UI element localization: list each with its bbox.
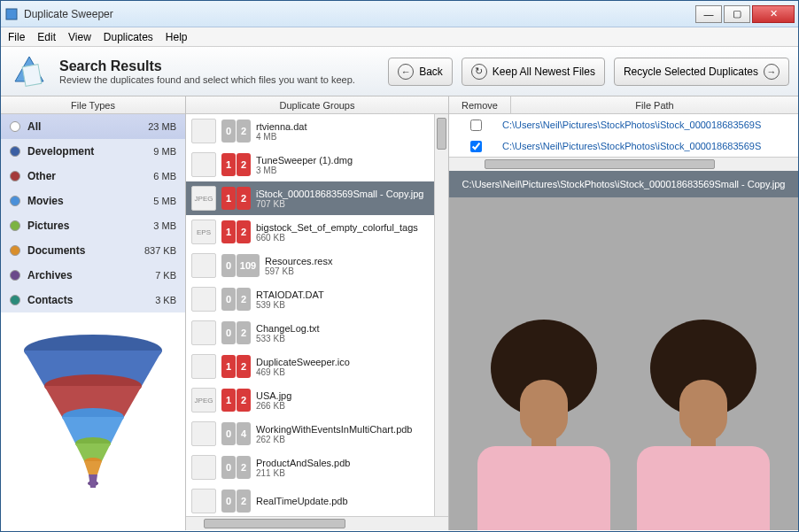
color-dot-icon: [10, 121, 20, 132]
count-badge: 0: [221, 120, 236, 143]
group-size: 539 KB: [256, 300, 443, 310]
horizontal-scrollbar-right[interactable]: [449, 157, 798, 171]
titlebar[interactable]: Duplicate Sweeper — ▢ ✕: [1, 1, 798, 27]
group-size: 707 KB: [256, 199, 443, 209]
count-badge: 0: [221, 254, 236, 277]
group-filename: ProductAndSales.pdb: [256, 458, 443, 468]
group-size: 211 KB: [256, 468, 443, 478]
count-badge: 2: [237, 220, 251, 243]
header-icon: [10, 51, 50, 92]
remove-checkbox[interactable]: [470, 141, 482, 152]
file-icon: [191, 253, 216, 278]
page-title: Search Results: [59, 58, 379, 74]
count-badge: 0: [221, 321, 236, 344]
color-dot-icon: [10, 295, 20, 305]
preview-path: C:\Users\Neil\Pictures\StockPhotos\iStoc…: [449, 171, 798, 197]
back-label: Back: [419, 66, 443, 78]
file-icon: [191, 489, 216, 513]
duplicate-group-row[interactable]: 02 ChangeLog.txt 533 KB: [186, 316, 448, 350]
preview-image: [449, 197, 798, 530]
file-type-row[interactable]: Documents 837 KB: [1, 238, 185, 263]
duplicate-group-row[interactable]: 02 rtvienna.dat 4 MB: [186, 114, 448, 148]
group-size: 262 KB: [256, 435, 443, 444]
keep-newest-label: Keep All Newest Files: [493, 66, 595, 78]
file-icon: [191, 455, 216, 480]
menu-view[interactable]: View: [68, 31, 91, 43]
menu-file[interactable]: File: [8, 31, 25, 43]
file-type-size: 837 KB: [144, 245, 176, 256]
file-path-row[interactable]: C:\Users\Neil\Pictures\StockPhotos\iStoc…: [449, 135, 798, 157]
group-filename: bigstock_Set_of_empty_colorful_tags: [256, 222, 443, 233]
count-badge: 0: [221, 422, 236, 445]
count-badge: 1: [221, 187, 236, 210]
duplicate-group-row[interactable]: 04 WorkingWithEventsInMultiChart.pdb 262…: [186, 417, 448, 451]
duplicate-group-row[interactable]: 02 ProductAndSales.pdb 211 KB: [186, 451, 448, 484]
badge-group: 04: [221, 422, 251, 445]
horizontal-scrollbar-mid[interactable]: [186, 516, 448, 530]
page-subtitle: Review the duplicates found and select w…: [59, 74, 379, 85]
duplicate-group-row[interactable]: JPEG 12 USA.jpg 266 KB: [186, 383, 448, 417]
close-button[interactable]: ✕: [752, 5, 795, 23]
file-icon: [191, 421, 216, 446]
maximize-button[interactable]: ▢: [724, 5, 750, 23]
color-dot-icon: [10, 270, 20, 281]
badge-group: 12: [221, 355, 251, 378]
file-type-size: 6 MB: [153, 171, 176, 181]
file-type-row[interactable]: Movies 5 MB: [1, 189, 185, 213]
duplicate-group-row[interactable]: EPS 12 bigstock_Set_of_empty_colorful_ta…: [186, 215, 448, 249]
count-badge: 2: [237, 355, 251, 378]
file-icon: [191, 320, 216, 345]
file-path-row[interactable]: C:\Users\Neil\Pictures\StockPhotos\iStoc…: [449, 114, 798, 135]
duplicate-group-row[interactable]: JPEG 12 iStock_000018683569Small - Copy.…: [186, 181, 448, 215]
file-type-name: Movies: [27, 195, 153, 207]
file-icon: EPS: [191, 220, 216, 244]
menu-duplicates[interactable]: Duplicates: [104, 31, 153, 43]
file-icon: [191, 119, 216, 143]
duplicate-group-row[interactable]: 02 RealTimeUpdate.pdb: [186, 484, 448, 516]
remove-checkbox[interactable]: [470, 120, 482, 131]
arrow-left-icon: ←: [398, 64, 414, 80]
group-filename: ChangeLog.txt: [256, 323, 443, 334]
badge-group: 12: [221, 389, 251, 412]
minimize-button[interactable]: —: [695, 5, 722, 23]
file-types-list: All 23 MB Development 9 MB Other 6 MB Mo…: [1, 114, 185, 312]
group-filename: RealTimeUpdate.pdb: [256, 496, 443, 506]
duplicate-group-row[interactable]: 12 DuplicateSweeper.ico 469 KB: [186, 350, 448, 383]
file-type-size: 9 MB: [153, 146, 176, 157]
duplicate-group-row[interactable]: 12 TuneSweeper (1).dmg 3 MB: [186, 148, 448, 181]
badge-group: 02: [221, 321, 251, 344]
badge-group: 12: [221, 187, 251, 210]
group-size: 469 KB: [256, 367, 443, 377]
menu-help[interactable]: Help: [166, 31, 188, 43]
file-type-name: Archives: [27, 269, 155, 281]
back-button[interactable]: ← Back: [388, 58, 453, 86]
file-type-row[interactable]: Development 9 MB: [1, 139, 185, 164]
group-filename: USA.jpg: [256, 390, 443, 401]
arrow-right-icon: →: [764, 64, 780, 80]
group-size: 266 KB: [256, 401, 443, 411]
menu-edit[interactable]: Edit: [37, 31, 56, 43]
vertical-scrollbar[interactable]: [434, 114, 448, 516]
group-size: 660 KB: [256, 233, 443, 243]
file-path-header: File Path: [511, 96, 798, 113]
count-badge: 0: [221, 490, 236, 513]
file-icon: [191, 354, 216, 379]
duplicate-group-row[interactable]: 02 RTAIODAT.DAT 539 KB: [186, 282, 448, 316]
preview-person-left: [469, 318, 619, 530]
file-type-row[interactable]: Pictures 3 MB: [1, 213, 185, 238]
file-icon: [191, 152, 216, 177]
color-dot-icon: [10, 220, 20, 231]
count-badge: 1: [221, 153, 236, 176]
file-icon: JPEG: [191, 186, 216, 211]
count-badge: 109: [237, 254, 260, 277]
recycle-button[interactable]: Recycle Selected Duplicates →: [614, 58, 789, 86]
group-size: 597 KB: [265, 266, 443, 276]
keep-newest-button[interactable]: ↻ Keep All Newest Files: [462, 58, 605, 86]
menubar: File Edit View Duplicates Help: [1, 27, 798, 47]
file-type-row[interactable]: Contacts 3 KB: [1, 288, 185, 312]
file-type-row[interactable]: Other 6 MB: [1, 164, 185, 189]
duplicate-group-row[interactable]: 0109 Resources.resx 597 KB: [186, 249, 448, 282]
count-badge: 2: [237, 321, 251, 344]
file-type-row[interactable]: Archives 7 KB: [1, 263, 185, 288]
file-type-row[interactable]: All 23 MB: [1, 114, 185, 139]
